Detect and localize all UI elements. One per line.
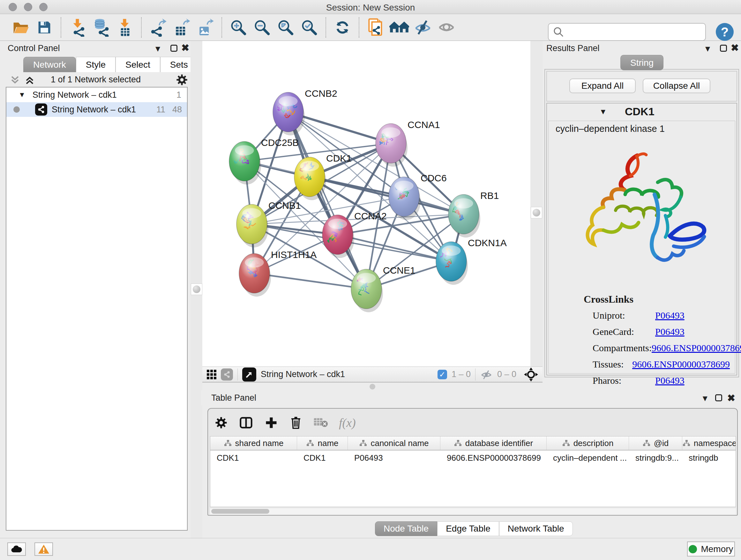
right-splitter[interactable] xyxy=(530,41,542,390)
table-cell[interactable]: cyclin–dependent ... xyxy=(547,450,629,465)
zoom-out-button[interactable] xyxy=(250,15,274,40)
center-view-crosshair-icon[interactable] xyxy=(524,368,538,381)
clone-network-icon xyxy=(367,17,385,37)
clone-network-button[interactable] xyxy=(364,15,387,40)
table-panel-float-icon[interactable]: ▾ xyxy=(703,392,708,403)
save-session-button[interactable] xyxy=(32,15,56,40)
collapse-all-button[interactable]: Collapse All xyxy=(643,78,711,93)
grid-view-icon[interactable] xyxy=(207,370,216,379)
graph-node-CCNB2[interactable] xyxy=(273,92,305,135)
crosslink-link[interactable]: 9606.ENSP00000378699 xyxy=(652,343,741,354)
graph-node-HIST1H1A[interactable] xyxy=(239,253,271,297)
left-splitter[interactable] xyxy=(191,41,202,538)
toolbar-separator xyxy=(359,17,359,38)
help-button[interactable]: ? xyxy=(716,23,734,41)
column-label: database identifier xyxy=(465,438,533,448)
control-panel-undock-icon[interactable] xyxy=(171,45,178,52)
graph-node-CDKN1A[interactable] xyxy=(436,242,468,285)
add-column-icon[interactable] xyxy=(264,416,278,430)
table-cell[interactable]: 9606.ENSP00000378699 xyxy=(441,450,547,465)
protein-name: CDK1 xyxy=(625,105,655,118)
right-splitter-handle[interactable] xyxy=(531,207,542,219)
network-collection-row[interactable]: ▼ String Network – cdk1 1 xyxy=(6,87,187,102)
crosslink-link[interactable]: 9606.ENSP00000378699 xyxy=(632,359,730,370)
birds-eye-view-icon[interactable] xyxy=(242,368,256,381)
collection-expand-arrow-icon[interactable]: ▼ xyxy=(18,91,25,99)
memory-button[interactable]: Memory xyxy=(687,542,735,557)
results-panel-undock-icon[interactable] xyxy=(720,45,727,52)
graph-node-CCNE1[interactable] xyxy=(351,269,383,312)
column-header[interactable]: database identifier xyxy=(441,436,547,450)
network-graph[interactable]: CCNB2CCNA1CDC25BCDK1CDC6RB1CCNB1CCNA2CDK… xyxy=(202,41,530,367)
cloud-button[interactable] xyxy=(7,543,26,556)
network-view-canvas[interactable]: CCNB2CCNA1CDC25BCDK1CDC6RB1CCNB1CCNA2CDK… xyxy=(202,41,530,367)
import-table-file-button[interactable] xyxy=(113,15,137,40)
warnings-button[interactable] xyxy=(35,543,53,556)
card-collapse-arrow-icon[interactable]: ▼ xyxy=(599,107,607,116)
column-header[interactable]: @id xyxy=(629,436,682,450)
table-hscroll-thumb[interactable] xyxy=(211,509,269,514)
table-panel-undock-icon[interactable] xyxy=(715,394,722,401)
table-cell[interactable]: stringdb xyxy=(682,450,736,465)
refresh-view-button[interactable] xyxy=(331,15,354,40)
tab-edge-table[interactable]: Edge Table xyxy=(437,521,499,536)
search-input[interactable] xyxy=(564,27,698,37)
table-cell[interactable]: CDK1 xyxy=(210,450,297,465)
results-panel-float-icon[interactable]: ▾ xyxy=(705,43,710,54)
table-cell[interactable]: stringdb:9... xyxy=(629,450,682,465)
collection-count: 1 xyxy=(177,90,181,100)
table-row[interactable]: CDK1CDK1P064939606.ENSP00000378699cyclin… xyxy=(210,450,736,465)
crosslink-link[interactable]: P06493 xyxy=(655,326,684,337)
tab-select[interactable]: Select xyxy=(116,57,160,72)
graph-node-CCNB1[interactable] xyxy=(237,204,268,247)
window-title: Session: New Session xyxy=(0,3,741,13)
graph-node-CCNA2[interactable] xyxy=(322,215,354,258)
first-neighbors-button[interactable] xyxy=(387,15,411,40)
table-panel-close-icon[interactable]: ✖ xyxy=(727,392,735,403)
column-header[interactable]: namespace xyxy=(682,436,736,450)
column-header[interactable]: shared name xyxy=(210,436,297,450)
expand-all-button[interactable]: Expand All xyxy=(569,78,636,93)
zoom-selected-button[interactable] xyxy=(297,15,321,40)
horizontal-splitter[interactable] xyxy=(202,383,542,390)
hide-selected-button[interactable] xyxy=(411,15,434,40)
delete-column-icon[interactable] xyxy=(289,415,302,430)
export-network-button[interactable] xyxy=(146,15,170,40)
graph-node-RB1[interactable] xyxy=(448,194,480,238)
column-header[interactable]: canonical name xyxy=(348,436,441,450)
table-cell[interactable]: CDK1 xyxy=(297,450,348,465)
left-splitter-handle[interactable] xyxy=(191,284,202,295)
show-columns-icon[interactable] xyxy=(239,415,253,430)
tab-string[interactable]: String xyxy=(620,55,664,70)
column-header[interactable]: description xyxy=(547,436,629,450)
tab-node-table[interactable]: Node Table xyxy=(375,521,437,536)
network-badge-icon[interactable] xyxy=(221,368,233,381)
open-file-button[interactable] xyxy=(9,15,32,40)
zoom-fit-button[interactable] xyxy=(274,15,297,40)
control-panel-close-icon[interactable]: ✖ xyxy=(181,42,189,53)
export-image-button[interactable] xyxy=(193,15,217,40)
control-panel-float-icon[interactable]: ▾ xyxy=(155,43,160,54)
splitter-dot[interactable] xyxy=(369,384,375,389)
network-options-gear-icon[interactable] xyxy=(176,73,188,86)
import-network-database-button[interactable] xyxy=(89,15,113,40)
graph-node-CDC6[interactable] xyxy=(389,177,421,220)
column-header[interactable]: name xyxy=(297,436,348,450)
table-hscrollbar[interactable] xyxy=(210,508,736,515)
crosslink-link[interactable]: P06493 xyxy=(655,310,684,321)
table-cell[interactable]: P06493 xyxy=(348,450,441,465)
show-all-button[interactable] xyxy=(434,15,458,40)
tab-style[interactable]: Style xyxy=(76,57,116,72)
import-network-file-button[interactable] xyxy=(66,15,89,40)
import-table-icon xyxy=(116,18,133,37)
zoom-in-button[interactable] xyxy=(226,15,250,40)
export-table-button[interactable] xyxy=(170,15,193,40)
table-settings-gear-icon[interactable] xyxy=(214,416,228,429)
network-row[interactable]: String Network – cdk1 11 48 xyxy=(6,102,187,117)
tab-network[interactable]: Network xyxy=(23,57,76,72)
selected-checkbox-icon[interactable]: ✓ xyxy=(437,370,447,379)
crosslink-link[interactable]: P06493 xyxy=(655,375,684,386)
tab-network-table[interactable]: Network Table xyxy=(499,521,573,536)
results-panel-close-icon[interactable]: ✖ xyxy=(731,42,739,53)
search-field[interactable] xyxy=(548,23,706,41)
